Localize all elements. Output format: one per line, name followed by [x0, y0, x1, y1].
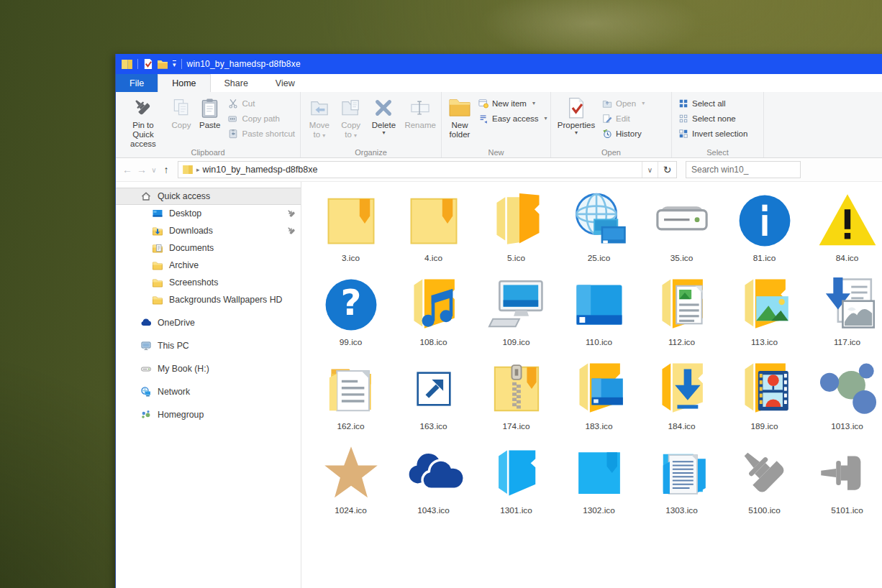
qat-customize-icon[interactable]: ▾	[173, 60, 176, 68]
move-to-icon	[309, 96, 329, 120]
refresh-button[interactable]: ↻	[658, 162, 676, 178]
properties-button[interactable]: Properties ▾	[554, 94, 599, 137]
sidebar-item-desktop[interactable]: Desktop	[116, 205, 301, 222]
select-all-button[interactable]: Select all	[675, 96, 751, 110]
new-item-button[interactable]: New item▾	[475, 96, 551, 110]
group-label-organize: Organize	[301, 148, 441, 157]
file-item[interactable]: 1013.ico	[806, 357, 882, 441]
sidebar-item-archive[interactable]: Archive	[116, 257, 301, 274]
file-item[interactable]: 109.ico	[475, 273, 558, 357]
file-item[interactable]: 1302.ico	[558, 441, 640, 525]
file-label: 1013.ico	[831, 421, 863, 431]
easy-access-button[interactable]: Easy access▾	[475, 111, 551, 125]
recent-locations-button[interactable]: ∨	[149, 166, 159, 174]
file-item[interactable]: 163.ico	[392, 357, 475, 441]
sidebar-item-downloads[interactable]: Downloads	[116, 222, 301, 239]
new-folder-button[interactable]: New folder	[445, 94, 475, 141]
history-icon	[602, 129, 612, 139]
sidebar-item-my-book-h[interactable]: My Book (H:)	[116, 360, 301, 377]
forward-button[interactable]: →	[135, 164, 149, 175]
file-label: 174.ico	[502, 421, 529, 431]
file-item[interactable]: 5.ico	[475, 189, 558, 273]
up-button[interactable]: ↑	[159, 164, 173, 175]
sidebar-item-label: Archive	[169, 260, 296, 270]
save-picture-icon	[817, 273, 878, 336]
title-bar[interactable]: ▾ win10_by_hamedsp-d8fb8xe	[116, 54, 882, 74]
file-item[interactable]: 108.ico	[392, 273, 475, 357]
tab-home[interactable]: Home	[158, 74, 210, 92]
file-item[interactable]: 5101.ico	[806, 441, 882, 525]
qat-properties-icon[interactable]	[143, 59, 153, 69]
sidebar-item-label: Desktop	[169, 208, 283, 219]
dropdown-caret-icon: ▾	[354, 132, 357, 139]
file-item[interactable]: 113.ico	[723, 273, 806, 357]
file-label: 1043.ico	[417, 505, 450, 515]
file-item[interactable]: 162.ico	[309, 357, 392, 441]
copy-path-button[interactable]: Copy path	[224, 111, 299, 125]
search-input[interactable]	[686, 161, 801, 178]
address-bar[interactable]: ▸ win10_by_hamedsp-d8fb8xe ∨ ↻	[178, 161, 677, 178]
rename-button[interactable]: Rename	[401, 94, 440, 132]
file-item[interactable]: 189.ico	[723, 357, 806, 441]
file-item[interactable]: 84.ico	[806, 189, 882, 273]
open-button[interactable]: Open▾	[599, 96, 648, 110]
tab-file[interactable]: File	[116, 74, 158, 92]
qat-separator	[137, 59, 138, 69]
cut-button[interactable]: Cut	[224, 96, 299, 110]
dropdown-caret-icon: ▾	[322, 132, 325, 139]
file-item[interactable]: 183.ico	[558, 357, 640, 441]
sidebar-item-network[interactable]: Network	[116, 383, 301, 400]
blue-documents-folder-icon	[651, 441, 713, 505]
paste-button[interactable]: Paste	[195, 94, 224, 132]
drive-bay-icon	[651, 189, 713, 252]
rename-icon	[410, 96, 430, 120]
edit-button[interactable]: Edit	[599, 111, 648, 125]
tab-view[interactable]: View	[262, 74, 309, 92]
file-label: 3.ico	[342, 253, 360, 263]
file-item[interactable]: 1303.ico	[640, 441, 723, 525]
file-item[interactable]: 5100.ico	[723, 441, 806, 525]
move-to-button[interactable]: Move to▾	[304, 94, 335, 141]
file-item[interactable]: 4.ico	[392, 189, 475, 273]
folder-open-icon	[486, 189, 547, 252]
select-none-button[interactable]: Select none	[675, 111, 751, 125]
sidebar-item-backgrounds-wallpapers-hd[interactable]: Backgrounds Wallpapers HD	[116, 291, 301, 308]
file-item[interactable]: 184.ico	[640, 357, 723, 441]
file-item[interactable]: 1301.ico	[475, 441, 558, 525]
file-item[interactable]: ?99.ico	[309, 273, 392, 357]
sidebar-item-this-pc[interactable]: This PC	[116, 337, 301, 354]
file-item[interactable]: 112.ico	[640, 273, 723, 357]
file-item[interactable]: 3.ico	[309, 189, 392, 273]
file-label: 183.ico	[585, 421, 612, 431]
file-item[interactable]: 25.ico	[558, 189, 640, 273]
file-item[interactable]: 35.ico	[640, 189, 723, 273]
file-item[interactable]: 117.ico	[806, 273, 882, 357]
file-label: 1024.ico	[335, 505, 367, 515]
sidebar-item-onedrive[interactable]: OneDrive	[116, 314, 301, 331]
copy-button[interactable]: Copy	[168, 94, 195, 132]
paste-shortcut-button[interactable]: Paste shortcut	[224, 127, 299, 140]
sidebar-item-label: Documents	[169, 243, 296, 253]
sidebar-item-homegroup[interactable]: Homegroup	[116, 406, 301, 423]
tab-share[interactable]: Share	[211, 74, 262, 92]
history-button[interactable]: History	[599, 127, 648, 140]
dropdown-caret-icon: ▾	[642, 100, 645, 106]
address-dropdown-button[interactable]: ∨	[642, 162, 658, 178]
file-item[interactable]: 110.ico	[558, 273, 640, 357]
back-button[interactable]: ←	[120, 164, 135, 175]
breadcrumb[interactable]: win10_by_hamedsp-d8fb8xe	[203, 165, 642, 175]
file-item[interactable]: 81.ico	[723, 189, 806, 273]
invert-selection-button[interactable]: Invert selection	[675, 127, 751, 140]
file-item[interactable]: 174.ico	[475, 357, 558, 441]
file-label: 25.ico	[588, 253, 610, 263]
sidebar-item-screenshots[interactable]: Screenshots	[116, 274, 301, 291]
qat-new-folder-icon[interactable]	[158, 60, 168, 69]
sidebar-item-documents[interactable]: Documents	[116, 239, 301, 257]
file-label: 5100.ico	[748, 505, 781, 515]
delete-button[interactable]: Delete ▾	[367, 94, 401, 137]
sidebar-item-quick-access[interactable]: Quick access	[116, 188, 301, 205]
pin-to-quick-access-button[interactable]: Pin to Quick access	[119, 94, 168, 151]
copy-to-button[interactable]: Copy to▾	[335, 94, 367, 141]
file-item[interactable]: 1043.ico	[392, 441, 475, 525]
file-item[interactable]: 1024.ico	[309, 441, 392, 525]
